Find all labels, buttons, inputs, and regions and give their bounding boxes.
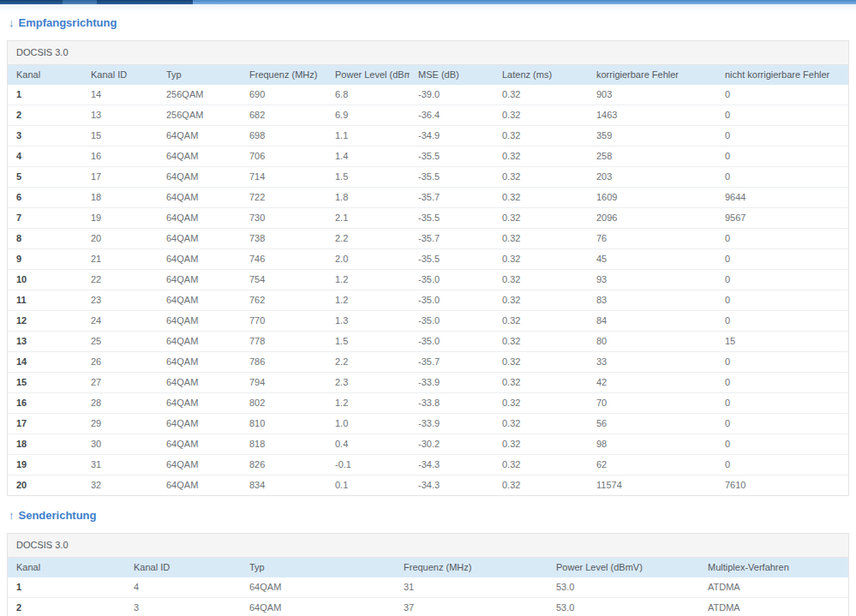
data-cell: 21 xyxy=(82,249,158,270)
data-cell: 762 xyxy=(241,290,326,311)
channel-cell: 2 xyxy=(8,105,82,126)
data-cell: 778 xyxy=(241,332,326,352)
data-cell: 1609 xyxy=(588,188,716,208)
data-cell: 0.4 xyxy=(326,434,410,455)
data-cell: 64QAM xyxy=(158,393,241,414)
data-cell: 20 xyxy=(82,229,158,249)
column-header: Kanal ID xyxy=(125,558,241,577)
data-cell: 0.32 xyxy=(494,455,588,475)
data-cell: 2.2 xyxy=(326,352,410,373)
data-cell: 690 xyxy=(241,85,326,105)
data-cell: 26 xyxy=(82,352,158,373)
nav-tab-segment-3[interactable] xyxy=(97,0,193,4)
data-cell: 64QAM xyxy=(158,414,241,434)
table-row: 193164QAM826-0.1-34.30.32620 xyxy=(8,455,848,475)
data-cell: -35.0 xyxy=(410,332,494,352)
nav-tab-segment-2[interactable] xyxy=(63,0,97,4)
column-header: Latenz (ms) xyxy=(494,65,588,85)
column-header: Frequenz (MHz) xyxy=(241,65,326,85)
data-cell: 64QAM xyxy=(158,332,241,352)
data-cell: 0 xyxy=(716,434,848,455)
data-cell: -33.8 xyxy=(410,393,494,414)
column-header: Power Level (dBmV) xyxy=(548,558,699,577)
column-header: Multiplex-Verfahren xyxy=(699,558,848,577)
data-cell: -34.3 xyxy=(410,455,494,475)
data-cell: 64QAM xyxy=(158,373,241,393)
downstream-header-row: KanalKanal IDTypFrequenz (MHz)Power Leve… xyxy=(8,65,848,85)
data-cell: 794 xyxy=(241,373,326,393)
data-cell: 0.32 xyxy=(494,311,588,332)
data-cell: 1.0 xyxy=(326,414,410,434)
section-heading-empfangsrichtung[interactable]: ↓Empfangsrichtung xyxy=(9,17,849,28)
data-cell: 0.32 xyxy=(494,414,588,434)
data-cell: 802 xyxy=(241,393,326,414)
data-cell: 53.0 xyxy=(548,598,699,616)
channel-cell: 8 xyxy=(8,229,82,249)
data-cell: 0 xyxy=(716,352,848,373)
downstream-table: KanalKanal IDTypFrequenz (MHz)Power Leve… xyxy=(8,65,848,495)
data-cell: 64QAM xyxy=(158,188,241,208)
data-cell: 19 xyxy=(82,208,158,229)
data-cell: 9567 xyxy=(716,208,848,229)
data-cell: 0.32 xyxy=(494,249,588,270)
data-cell: 698 xyxy=(241,126,326,147)
data-cell: 0.32 xyxy=(494,105,588,126)
data-cell: 18 xyxy=(82,188,158,208)
data-cell: 0 xyxy=(716,393,848,414)
data-cell: 359 xyxy=(588,126,716,147)
data-cell: 682 xyxy=(241,105,326,126)
data-cell: 64QAM xyxy=(158,290,241,311)
channel-cell: 5 xyxy=(8,167,82,188)
data-cell: 746 xyxy=(241,249,326,270)
column-header: Frequenz (MHz) xyxy=(395,558,548,577)
data-cell: 80 xyxy=(588,332,716,352)
data-cell: 84 xyxy=(588,311,716,332)
data-cell: 0 xyxy=(716,229,848,249)
nav-strip-shadow xyxy=(0,4,856,12)
channel-cell: 16 xyxy=(8,393,82,414)
data-cell: 903 xyxy=(588,85,716,105)
data-cell: 0.32 xyxy=(494,290,588,311)
data-cell: 64QAM xyxy=(158,147,241,167)
data-cell: 256QAM xyxy=(158,105,241,126)
data-cell: 0.32 xyxy=(494,270,588,290)
data-cell: -35.7 xyxy=(410,352,494,373)
data-cell: 0.32 xyxy=(494,434,588,455)
data-cell: 64QAM xyxy=(158,475,241,496)
data-cell: 2.1 xyxy=(326,208,410,229)
data-cell: 33 xyxy=(588,352,716,373)
data-cell: 37 xyxy=(395,598,548,616)
data-cell: 76 xyxy=(588,229,716,249)
data-cell: 730 xyxy=(241,208,326,229)
data-cell: 258 xyxy=(588,147,716,167)
data-cell: 2.3 xyxy=(326,373,410,393)
data-cell: ATDMA xyxy=(699,577,848,598)
column-header: Kanal xyxy=(8,558,125,577)
data-cell: 2.2 xyxy=(326,229,410,249)
channel-cell: 1 xyxy=(8,85,82,105)
data-cell: 0 xyxy=(716,270,848,290)
data-cell: 810 xyxy=(241,414,326,434)
channel-cell: 13 xyxy=(8,332,82,352)
data-cell: 62 xyxy=(588,455,716,475)
data-cell: -35.5 xyxy=(410,249,494,270)
data-cell: 64QAM xyxy=(158,270,241,290)
data-cell: 203 xyxy=(588,167,716,188)
data-cell: 64QAM xyxy=(158,167,241,188)
data-cell: 3 xyxy=(125,598,241,616)
nav-tab-segment-1[interactable] xyxy=(0,0,63,4)
data-cell: 98 xyxy=(588,434,716,455)
table-row: 142664QAM7862.2-35.70.32330 xyxy=(8,352,848,373)
column-header: Kanal xyxy=(8,65,82,85)
data-cell: 0.32 xyxy=(494,352,588,373)
column-header: korrigierbare Fehler xyxy=(588,65,716,85)
section-title: Senderichtung xyxy=(19,509,97,522)
data-cell: -35.5 xyxy=(410,167,494,188)
table-row: 112364QAM7621.2-35.00.32830 xyxy=(8,290,848,311)
data-cell: 31 xyxy=(395,577,548,598)
channel-cell: 11 xyxy=(8,290,82,311)
table-row: 114256QAM6906.8-39.00.329030 xyxy=(8,85,848,105)
data-cell: 64QAM xyxy=(158,311,241,332)
data-cell: 29 xyxy=(82,414,158,434)
section-heading-senderichtung[interactable]: ↑Senderichtung xyxy=(9,510,849,521)
